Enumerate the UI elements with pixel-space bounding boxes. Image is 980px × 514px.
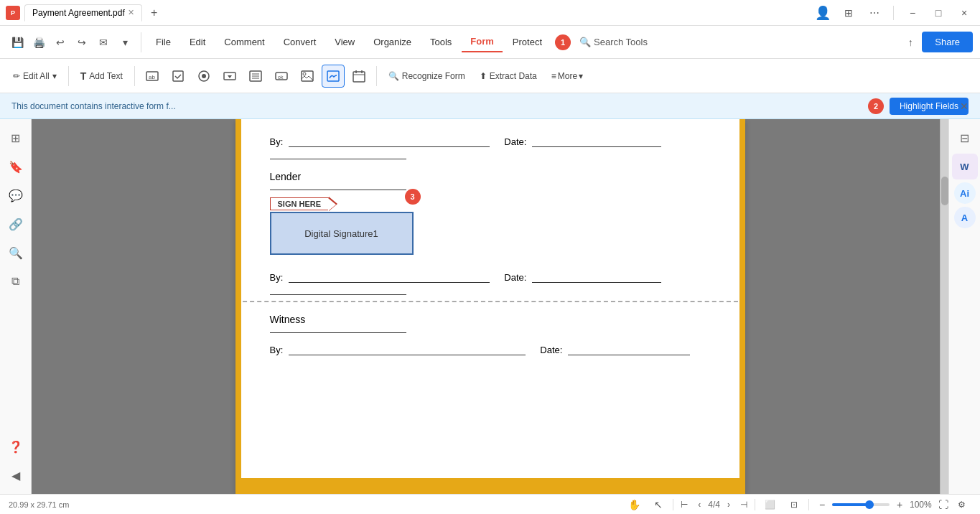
by-label-3: By: bbox=[270, 345, 284, 355]
radio-button-icon[interactable] bbox=[192, 65, 215, 88]
menu-tools[interactable]: Tools bbox=[421, 32, 460, 52]
date-field-icon[interactable] bbox=[347, 65, 370, 88]
sidebar-settings-icon[interactable]: ◀ bbox=[3, 462, 29, 488]
zoom-slider[interactable] bbox=[832, 503, 890, 506]
panel-ai2-icon[interactable]: A bbox=[954, 207, 976, 228]
sidebar-pages-icon[interactable]: ⊞ bbox=[3, 125, 29, 151]
sidebar-comments-icon[interactable]: 💬 bbox=[3, 182, 29, 208]
menu-organize[interactable]: Organize bbox=[365, 32, 420, 52]
hand-tool-icon[interactable]: ✋ bbox=[624, 495, 644, 515]
signature-area[interactable]: 3 SIGN HERE Digital S bbox=[270, 197, 414, 255]
by-field-3[interactable] bbox=[289, 355, 526, 355]
panel-word-icon[interactable]: W bbox=[952, 154, 978, 179]
list-field-icon[interactable] bbox=[244, 65, 267, 88]
minimize-button[interactable]: − bbox=[902, 3, 923, 23]
close-button[interactable]: × bbox=[954, 3, 974, 23]
more-options-icon[interactable]: ⋯ bbox=[864, 3, 885, 23]
by-date-row-2: By: Date: bbox=[270, 272, 711, 283]
sidebar-link-icon[interactable]: 🔗 bbox=[3, 211, 29, 237]
new-tab-button[interactable]: + bbox=[146, 5, 162, 21]
menu-view[interactable]: View bbox=[326, 32, 363, 52]
panel-ai-icon[interactable]: Ai bbox=[954, 182, 976, 204]
menu-bar: 💾 🖨️ ↩ ↪ ✉ ▾ File Edit Comment Convert V… bbox=[0, 26, 980, 59]
grid-icon[interactable]: ⊞ bbox=[839, 3, 859, 23]
svg-point-13 bbox=[303, 73, 306, 75]
search-tools-button[interactable]: 🔍 Search Tools bbox=[572, 34, 655, 50]
sidebar-bookmark-icon[interactable]: 🔖 bbox=[3, 154, 29, 179]
right-panel: ⊟ W Ai A bbox=[948, 119, 980, 494]
checkbox-icon[interactable] bbox=[167, 65, 190, 88]
undo-button[interactable]: ↩ bbox=[50, 32, 70, 52]
svg-rect-15 bbox=[353, 72, 365, 82]
menu-form[interactable]: Form bbox=[462, 32, 503, 52]
date-field-3[interactable] bbox=[568, 355, 690, 355]
date-label-3: Date: bbox=[540, 345, 562, 355]
tab-close-btn[interactable]: ✕ bbox=[128, 8, 134, 17]
more-button[interactable]: ≡ More ▾ bbox=[546, 67, 589, 85]
menu-home[interactable]: File bbox=[147, 32, 179, 52]
profile-icon[interactable]: 👤 bbox=[813, 3, 833, 23]
settings-icon[interactable]: ⚙ bbox=[951, 495, 971, 515]
sidebar-search-icon[interactable]: 🔍 bbox=[3, 240, 29, 266]
by-field-1[interactable] bbox=[289, 146, 490, 147]
scroll-thumb[interactable] bbox=[941, 177, 948, 205]
expand-view-button[interactable]: ⛶ bbox=[938, 499, 948, 510]
menu-protect[interactable]: Protect bbox=[504, 32, 551, 52]
lender-label: Lender bbox=[270, 171, 711, 182]
prev-page-button[interactable]: ‹ bbox=[695, 498, 704, 511]
dropdown-icon[interactable]: ▾ bbox=[115, 32, 135, 52]
page-break-dashed bbox=[235, 301, 745, 302]
menu-convert[interactable]: Convert bbox=[275, 32, 325, 52]
date-field-1[interactable] bbox=[532, 146, 661, 147]
menu-comment[interactable]: Comment bbox=[215, 32, 273, 52]
search-icon: 🔍 bbox=[579, 37, 591, 47]
edit-all-button[interactable]: ✏ Edit All ▾ bbox=[7, 67, 62, 85]
save-icon[interactable]: 💾 bbox=[7, 32, 27, 52]
select-tool-icon[interactable]: ↖ bbox=[648, 495, 668, 515]
image-field-icon[interactable] bbox=[296, 65, 319, 88]
menu-edit[interactable]: Edit bbox=[181, 32, 214, 52]
extract-data-button[interactable]: ⬆ Extract Data bbox=[474, 67, 543, 85]
sign-here-arrow-inner bbox=[328, 198, 336, 211]
ok-button-icon[interactable]: ok bbox=[270, 65, 293, 88]
sync-icon[interactable]: ↑ bbox=[900, 32, 920, 52]
add-text-button[interactable]: T Add Text bbox=[75, 67, 129, 85]
divider-2 bbox=[134, 66, 135, 86]
sidebar-layers-icon[interactable]: ⧉ bbox=[3, 268, 29, 294]
scrollbar[interactable] bbox=[940, 119, 948, 494]
divider-1 bbox=[68, 66, 69, 86]
last-page-button[interactable]: ⊣ bbox=[737, 498, 750, 511]
signature-field-icon[interactable] bbox=[322, 65, 345, 88]
dropdown-field-icon[interactable] bbox=[218, 65, 241, 88]
recognize-form-button[interactable]: 🔍 Recognize Form bbox=[383, 67, 471, 85]
date-field-2[interactable] bbox=[532, 282, 661, 283]
panel-settings-icon[interactable]: ⊟ bbox=[952, 125, 978, 151]
maximize-button[interactable]: □ bbox=[928, 3, 948, 23]
text-icon: T bbox=[80, 70, 87, 82]
notification-close-button[interactable]: ✕ bbox=[960, 101, 969, 112]
by-label-2: By: bbox=[270, 272, 284, 283]
yellow-bottom-bar bbox=[241, 478, 739, 494]
next-page-button[interactable]: › bbox=[724, 498, 733, 511]
by-label-1: By: bbox=[270, 136, 284, 147]
highlight-fields-button[interactable]: Highlight Fields bbox=[890, 98, 969, 115]
zoom-controls: − + 100% ⛶ ⚙ bbox=[815, 495, 971, 515]
digital-signature-box[interactable]: Digital Signature1 bbox=[270, 212, 414, 255]
by-date-row-1: By: Date: bbox=[270, 136, 711, 147]
fit-width-icon[interactable]: ⊡ bbox=[784, 495, 804, 515]
witness-line bbox=[270, 332, 406, 333]
share-button[interactable]: Share bbox=[922, 32, 973, 52]
active-tab[interactable]: Payment Agreement.pdf ✕ bbox=[24, 4, 142, 22]
fit-page-icon[interactable]: ⬜ bbox=[760, 495, 780, 515]
print-icon[interactable]: 🖨️ bbox=[29, 32, 49, 52]
chevron-down-icon: ▾ bbox=[52, 71, 57, 81]
zoom-in-button[interactable]: + bbox=[892, 497, 907, 512]
sidebar-help-icon[interactable]: ❓ bbox=[3, 434, 29, 459]
first-page-button[interactable]: ⊢ bbox=[678, 498, 691, 511]
redo-button[interactable]: ↪ bbox=[72, 32, 92, 52]
zoom-out-button[interactable]: − bbox=[815, 497, 829, 512]
text-field-icon[interactable]: ab bbox=[141, 65, 164, 88]
email-icon[interactable]: ✉ bbox=[93, 32, 113, 52]
date-label-2: Date: bbox=[504, 272, 526, 283]
by-field-2[interactable] bbox=[289, 282, 490, 283]
